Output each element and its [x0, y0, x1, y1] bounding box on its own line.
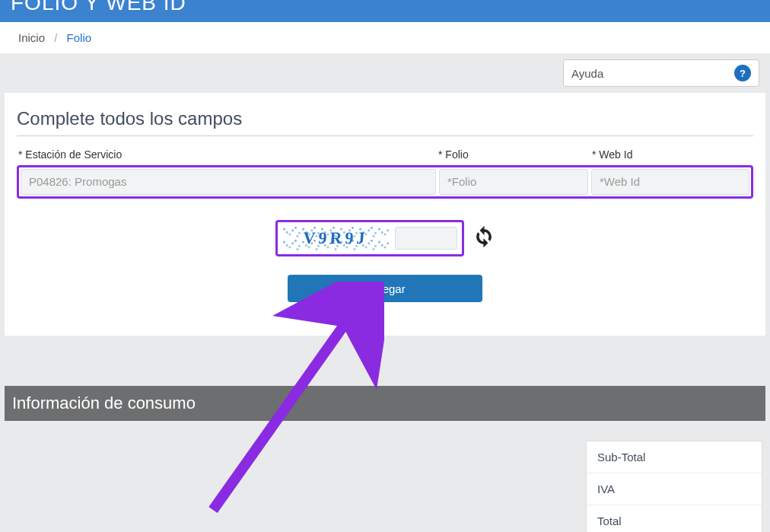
breadcrumb-home[interactable]: Inicio: [18, 31, 45, 44]
help-label: Ayuda: [571, 67, 603, 80]
folio-input[interactable]: *Folio: [439, 169, 588, 195]
agregar-button[interactable]: Agregar: [288, 275, 482, 302]
webid-input[interactable]: *Web Id: [591, 169, 749, 195]
breadcrumb-separator: /: [54, 31, 57, 44]
label-folio: * Folio: [437, 148, 590, 161]
label-estacion: * Estación de Servicio: [17, 148, 437, 161]
page-title: FOLIO Y WEB ID: [11, 0, 186, 14]
estacion-input[interactable]: P04826: Promogas: [21, 169, 436, 195]
form-panel: Complete todos los campos * Estación de …: [5, 93, 765, 336]
label-webid: * Web Id: [590, 148, 753, 161]
page-header: FOLIO Y WEB ID: [0, 0, 770, 22]
captcha-input[interactable]: [395, 227, 457, 250]
summary-subtotal: Sub-Total: [587, 441, 762, 473]
help-box[interactable]: Ayuda ?: [563, 59, 759, 87]
consumption-section-title: Información de consumo: [5, 386, 765, 421]
summary-iva: IVA: [587, 473, 762, 505]
summary-card: Sub-Total IVA Total: [586, 441, 762, 532]
help-icon[interactable]: ?: [734, 65, 751, 81]
summary-total: Total: [587, 505, 762, 532]
captcha-highlight: V9R9J: [275, 220, 464, 256]
form-fields-highlight: P04826: Promogas *Folio *Web Id: [17, 165, 753, 199]
breadcrumb-current[interactable]: Folio: [67, 31, 92, 44]
form-heading: Complete todos los campos: [17, 108, 753, 136]
breadcrumb: Inicio / Folio: [0, 22, 770, 53]
refresh-icon[interactable]: [473, 226, 495, 250]
captcha-image: V9R9J: [282, 225, 389, 251]
